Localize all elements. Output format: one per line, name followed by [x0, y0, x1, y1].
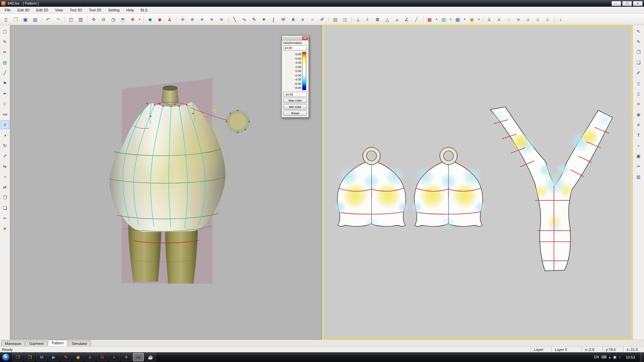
text-tool[interactable]: T [634, 131, 643, 139]
separator[interactable] [63, 15, 66, 24]
open-folder-button[interactable]: ❒ [11, 15, 20, 24]
scissors-tool[interactable]: ✂ [634, 162, 643, 171]
ie-app[interactable]: e [85, 353, 96, 361]
scissors-tool[interactable]: ✂ [1, 214, 9, 223]
copy-page-tool[interactable]: ❐ [634, 48, 643, 56]
language-indicator[interactable]: EN [594, 355, 599, 359]
pencil-tool[interactable]: ✎ [250, 15, 259, 24]
select-tool[interactable]: ▢ [1, 27, 9, 36]
sphere-tool[interactable]: ● [634, 141, 643, 150]
flag-outline-tool[interactable]: ⚐ [1, 100, 9, 108]
avatar-lock-tool-2[interactable]: ♟ [533, 15, 542, 24]
separator[interactable] [553, 15, 555, 24]
exchange-tool[interactable]: ⇄ [1, 183, 9, 191]
globe-tool[interactable]: ◉ [634, 110, 643, 119]
hidden-icons-button[interactable]: ▴ [609, 355, 611, 359]
area-tool-2[interactable]: ▲ [392, 15, 401, 24]
undo-button[interactable]: ↶ [44, 15, 53, 24]
dialog-close-button[interactable]: ✕ [302, 36, 308, 40]
edit-3d-menu[interactable]: Edit 3D [14, 7, 33, 13]
separator[interactable] [422, 15, 424, 24]
measure-pen-tool[interactable]: ✐ [634, 68, 643, 77]
history-tool[interactable]: ◷ [109, 15, 118, 24]
zoom-tool[interactable]: ⊙ [99, 15, 108, 24]
files-app[interactable]: ◗ [109, 353, 120, 361]
separator[interactable] [327, 15, 330, 24]
help-menu[interactable]: Help [123, 7, 137, 13]
view-3d-surface-tool[interactable]: ◆ [146, 15, 155, 24]
face-tool-2[interactable]: ☻ [514, 15, 523, 24]
portfolio-app[interactable]: ❒ [12, 353, 23, 361]
tp-copy-tool[interactable]: tp [198, 15, 207, 24]
file-menu[interactable]: File [1, 7, 14, 13]
hatch-tool-2[interactable]: ▧ [340, 15, 350, 24]
tab-simulator[interactable]: Simulator [68, 341, 91, 346]
palette-dropdown[interactable]: ▾ [138, 15, 142, 24]
pin-tool[interactable]: ✒ [1, 89, 9, 98]
area-tool-1[interactable]: △ [383, 15, 392, 24]
contrast-tool[interactable]: ◑ [1, 131, 9, 139]
close-button[interactable]: ✕ [633, 1, 643, 6]
annotate-tool[interactable]: ✎ [634, 37, 643, 46]
sphere-tool[interactable]: ◉ [467, 15, 476, 24]
avatar-tool-2[interactable]: ♟ [494, 15, 503, 24]
clock[interactable]: 10:53 [623, 355, 638, 359]
line-tool[interactable]: ╲ [230, 15, 239, 24]
tab-manequin[interactable]: Manequin [1, 341, 25, 346]
close-tool[interactable]: ✕ [634, 100, 643, 108]
measure-grid-tool[interactable]: ≣ [373, 15, 382, 24]
spline-tool[interactable]: ∫ [269, 15, 278, 24]
avatar-lock-tool-1[interactable]: ♟ [524, 15, 533, 24]
flag-tool[interactable]: ⚑ [1, 79, 9, 87]
minimize-button[interactable]: – [611, 1, 621, 6]
show-desktop-button[interactable] [640, 352, 643, 362]
keyboard-icon[interactable]: ⌨ [601, 355, 606, 359]
deformation-max-input[interactable] [283, 45, 307, 50]
2d-pattern-canvas[interactable] [324, 26, 631, 339]
deformation-min-input[interactable] [283, 92, 307, 97]
knife-tool[interactable]: ╱ [1, 68, 9, 77]
separator[interactable] [86, 15, 89, 24]
media-app[interactable]: ▶ [48, 353, 59, 361]
tp-save-tool-2[interactable]: tp [217, 15, 226, 24]
face-tool-1[interactable]: ☺ [504, 15, 513, 24]
separator[interactable] [142, 15, 145, 24]
min-color-button[interactable]: Min color [283, 104, 307, 110]
separator[interactable] [481, 15, 484, 24]
pan-tool[interactable]: ✥ [89, 15, 98, 24]
tp-save-tool-1[interactable]: tp [207, 15, 216, 24]
pencil-tool[interactable]: ✎ [1, 37, 9, 46]
tab-garment[interactable]: Garment [25, 341, 47, 346]
fork-tool-1[interactable]: Ψ [279, 15, 288, 24]
opera-app[interactable]: O [97, 353, 108, 361]
palette-tool[interactable]: ❉ [128, 15, 137, 24]
redo-button[interactable]: ↷ [53, 15, 62, 24]
export-file-button[interactable]: ▤ [31, 15, 40, 24]
mdx-app[interactable]: M [36, 353, 47, 361]
chrome-app[interactable]: ◉ [72, 353, 84, 361]
bls-menu[interactable]: BLS [137, 7, 151, 13]
arc-tool[interactable]: ∩ [1, 172, 9, 181]
java-app[interactable]: ☕ [145, 353, 156, 361]
snap-grid-tool[interactable]: # [1, 120, 9, 129]
tab-pattern[interactable]: Pattern [48, 340, 67, 346]
save-button[interactable]: ▣ [21, 15, 30, 24]
paint-app[interactable]: ✎ [60, 353, 71, 361]
network-icon[interactable]: ▣ [613, 355, 616, 359]
fill-pattern-tool[interactable]: ▦ [425, 15, 434, 24]
fill-pattern-2-dropdown[interactable]: ▾ [463, 15, 467, 24]
ruler-tool[interactable]: ╱ [412, 15, 421, 24]
render-tool[interactable]: ☕ [118, 15, 127, 24]
panel-tool[interactable]: ▣ [634, 152, 643, 160]
delete-tool[interactable]: ✕ [1, 224, 9, 233]
export-download-button[interactable]: ↓ [556, 15, 565, 24]
move-tool[interactable]: ✛ [178, 15, 187, 24]
report-view-button[interactable]: ▥ [76, 15, 85, 24]
hatch-tool-1[interactable]: ▨ [331, 15, 340, 24]
fill-pattern-dropdown[interactable]: ▾ [435, 15, 438, 24]
view-menu[interactable]: View [52, 7, 66, 13]
fork-tool-2[interactable]: ⋔ [288, 15, 298, 24]
split-view-button[interactable]: ◫ [66, 15, 75, 24]
fill-pattern-tool-2[interactable]: ▦ [453, 15, 462, 24]
2d-pattern-panel[interactable] [324, 25, 632, 339]
